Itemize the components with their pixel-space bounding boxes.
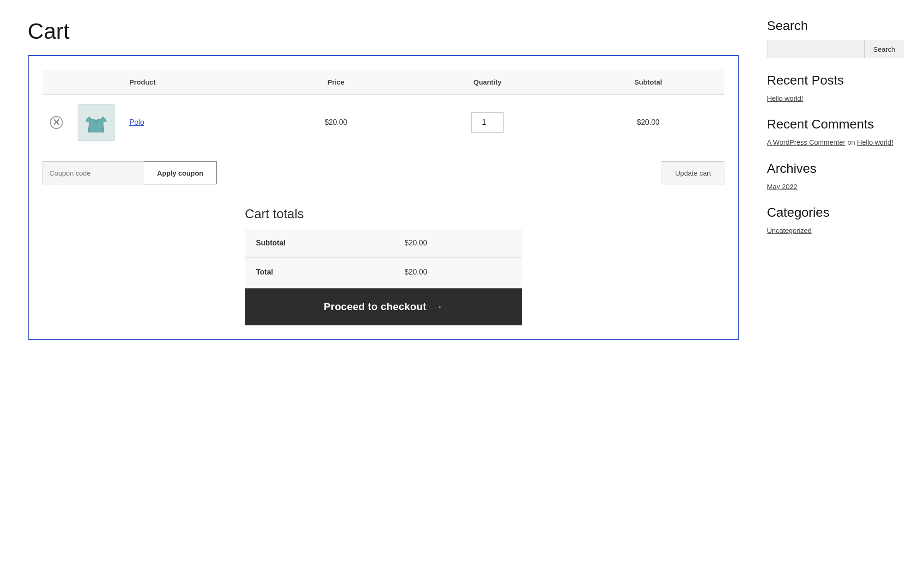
archives-heading: Archives	[767, 161, 896, 176]
col-header-price: Price	[269, 70, 403, 95]
coupon-row: Apply coupon Update cart	[43, 161, 724, 184]
recent-comments-heading: Recent Comments	[767, 117, 896, 132]
col-header-subtotal: Subtotal	[572, 70, 724, 95]
coupon-input[interactable]	[43, 161, 144, 184]
search-input[interactable]	[767, 40, 865, 58]
total-value: $20.00	[394, 258, 522, 287]
svg-point-0	[96, 123, 97, 124]
checkout-label: Proceed to checkout	[324, 301, 426, 313]
recent-posts-section: Recent Posts Hello world!	[767, 73, 896, 102]
cart-totals: Cart totals Subtotal $20.00 Total $20.00	[245, 207, 522, 325]
page-title: Cart	[28, 18, 739, 44]
product-image	[78, 104, 115, 141]
product-name-cell: Polo	[122, 95, 269, 151]
subtotal-value: $20.00	[394, 229, 522, 258]
remove-cell: ✕	[43, 95, 70, 151]
svg-point-1	[96, 125, 97, 126]
remove-item-button[interactable]: ✕	[50, 116, 63, 129]
recent-posts-heading: Recent Posts	[767, 73, 896, 88]
recent-post-link-1[interactable]: Hello world!	[767, 94, 896, 102]
col-header-product: Product	[122, 70, 269, 95]
cart-totals-title: Cart totals	[245, 207, 522, 221]
product-quantity-cell	[403, 95, 572, 151]
categories-heading: Categories	[767, 205, 896, 220]
total-label: Total	[245, 258, 394, 287]
search-widget-section: Search Search	[767, 18, 896, 58]
checkout-arrow-icon: →	[433, 301, 443, 313]
search-widget: Search	[767, 40, 896, 58]
checkout-button[interactable]: Proceed to checkout →	[245, 288, 522, 325]
search-button[interactable]: Search	[865, 40, 904, 58]
col-header-quantity: Quantity	[403, 70, 572, 95]
recent-comments-section: Recent Comments A WordPress Commenter on…	[767, 117, 896, 147]
coupon-left: Apply coupon	[43, 161, 217, 184]
categories-section: Categories Uncategorized	[767, 205, 896, 234]
commenter-link[interactable]: A WordPress Commenter	[767, 138, 845, 146]
product-link[interactable]: Polo	[129, 118, 144, 126]
update-cart-button[interactable]: Update cart	[662, 161, 724, 184]
product-subtotal-cell: $20.00	[572, 95, 724, 151]
subtotal-row: Subtotal $20.00	[245, 229, 522, 258]
quantity-input[interactable]	[471, 112, 504, 133]
sidebar: Search Search Recent Posts Hello world! …	[767, 18, 896, 340]
subtotal-label: Subtotal	[245, 229, 394, 258]
cart-table: Product Price Quantity Subtotal ✕	[43, 70, 724, 150]
archives-section: Archives May 2022	[767, 161, 896, 190]
recent-comment-item: A WordPress Commenter on Hello world!	[767, 138, 896, 147]
apply-coupon-button[interactable]: Apply coupon	[144, 161, 217, 184]
product-price-cell: $20.00	[269, 95, 403, 151]
totals-table: Subtotal $20.00 Total $20.00	[245, 229, 522, 287]
table-row: ✕	[43, 95, 724, 151]
main-content: Cart Product Price Quantity Subtotal	[28, 18, 739, 340]
comment-on-text: on	[847, 138, 857, 146]
total-row: Total $20.00	[245, 258, 522, 287]
category-link-1[interactable]: Uncategorized	[767, 226, 896, 234]
archive-link-1[interactable]: May 2022	[767, 183, 896, 190]
search-heading: Search	[767, 18, 896, 33]
cart-container: Product Price Quantity Subtotal ✕	[28, 55, 739, 340]
product-thumbnail-cell	[70, 95, 122, 151]
comment-post-link[interactable]: Hello world!	[857, 138, 893, 146]
polo-shirt-icon	[83, 109, 109, 136]
